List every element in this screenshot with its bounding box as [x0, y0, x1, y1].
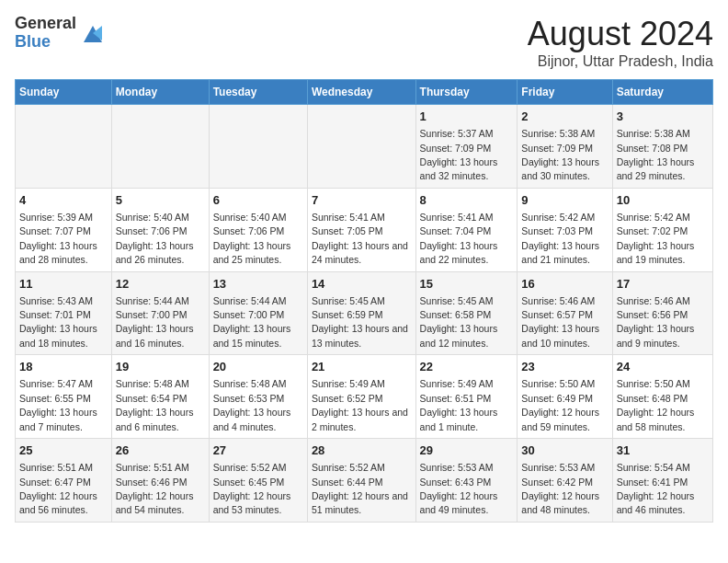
- day-info: Sunrise: 5:40 AM Sunset: 7:06 PM Dayligh…: [116, 212, 194, 265]
- calendar-cell: 18Sunrise: 5:47 AM Sunset: 6:55 PM Dayli…: [16, 355, 112, 439]
- header-day-tuesday: Tuesday: [209, 80, 307, 105]
- day-number: 7: [312, 192, 412, 209]
- day-info: Sunrise: 5:52 AM Sunset: 6:45 PM Dayligh…: [213, 462, 291, 515]
- calendar-cell: [307, 105, 415, 189]
- calendar-cell: 19Sunrise: 5:48 AM Sunset: 6:54 PM Dayli…: [111, 355, 209, 439]
- week-row-2: 4Sunrise: 5:39 AM Sunset: 7:07 PM Daylig…: [16, 188, 713, 271]
- calendar-cell: 3Sunrise: 5:38 AM Sunset: 7:08 PM Daylig…: [612, 105, 712, 189]
- calendar-cell: [111, 105, 209, 189]
- day-number: 14: [312, 276, 412, 293]
- header-day-wednesday: Wednesday: [307, 80, 415, 105]
- day-number: 28: [312, 442, 412, 459]
- week-row-5: 25Sunrise: 5:51 AM Sunset: 6:47 PM Dayli…: [16, 439, 713, 523]
- calendar-cell: 20Sunrise: 5:48 AM Sunset: 6:53 PM Dayli…: [209, 355, 307, 439]
- day-number: 8: [420, 192, 514, 209]
- calendar-cell: 17Sunrise: 5:46 AM Sunset: 6:56 PM Dayli…: [612, 271, 712, 355]
- day-info: Sunrise: 5:41 AM Sunset: 7:04 PM Dayligh…: [420, 212, 498, 265]
- day-number: 4: [19, 192, 108, 209]
- day-info: Sunrise: 5:48 AM Sunset: 6:53 PM Dayligh…: [213, 378, 291, 431]
- calendar-header: SundayMondayTuesdayWednesdayThursdayFrid…: [16, 80, 713, 105]
- title-section: August 2024 Bijnor, Uttar Pradesh, India: [528, 15, 713, 70]
- day-info: Sunrise: 5:46 AM Sunset: 6:57 PM Dayligh…: [521, 295, 599, 349]
- day-number: 31: [617, 442, 709, 459]
- calendar-cell: 31Sunrise: 5:54 AM Sunset: 6:41 PM Dayli…: [612, 439, 712, 523]
- week-row-4: 18Sunrise: 5:47 AM Sunset: 6:55 PM Dayli…: [16, 355, 713, 439]
- day-number: 11: [19, 276, 108, 293]
- header-day-saturday: Saturday: [612, 80, 712, 105]
- calendar-cell: 23Sunrise: 5:50 AM Sunset: 6:49 PM Dayli…: [518, 355, 612, 439]
- logo-icon: [80, 20, 106, 46]
- calendar-cell: 1Sunrise: 5:37 AM Sunset: 7:09 PM Daylig…: [415, 105, 518, 189]
- day-info: Sunrise: 5:42 AM Sunset: 7:02 PM Dayligh…: [617, 212, 695, 265]
- calendar-cell: 9Sunrise: 5:42 AM Sunset: 7:03 PM Daylig…: [518, 188, 612, 271]
- day-number: 3: [617, 109, 709, 125]
- day-number: 29: [420, 442, 514, 459]
- calendar-cell: 22Sunrise: 5:49 AM Sunset: 6:51 PM Dayli…: [415, 355, 518, 439]
- day-info: Sunrise: 5:45 AM Sunset: 6:59 PM Dayligh…: [312, 295, 408, 349]
- day-number: 12: [116, 276, 205, 293]
- day-info: Sunrise: 5:52 AM Sunset: 6:44 PM Dayligh…: [312, 462, 408, 515]
- week-row-3: 11Sunrise: 5:43 AM Sunset: 7:01 PM Dayli…: [16, 271, 713, 355]
- day-number: 5: [116, 192, 205, 209]
- calendar-cell: 14Sunrise: 5:45 AM Sunset: 6:59 PM Dayli…: [307, 271, 415, 355]
- day-info: Sunrise: 5:53 AM Sunset: 6:42 PM Dayligh…: [521, 462, 599, 515]
- header-day-thursday: Thursday: [415, 80, 518, 105]
- calendar-cell: 21Sunrise: 5:49 AM Sunset: 6:52 PM Dayli…: [307, 355, 415, 439]
- day-number: 24: [617, 359, 709, 375]
- calendar-cell: 5Sunrise: 5:40 AM Sunset: 7:06 PM Daylig…: [111, 188, 209, 271]
- day-info: Sunrise: 5:49 AM Sunset: 6:52 PM Dayligh…: [312, 378, 408, 431]
- calendar-table: SundayMondayTuesdayWednesdayThursdayFrid…: [15, 79, 713, 523]
- calendar-cell: 24Sunrise: 5:50 AM Sunset: 6:48 PM Dayli…: [612, 355, 712, 439]
- calendar-cell: 7Sunrise: 5:41 AM Sunset: 7:05 PM Daylig…: [307, 188, 415, 271]
- day-info: Sunrise: 5:46 AM Sunset: 6:56 PM Dayligh…: [617, 295, 695, 349]
- day-info: Sunrise: 5:54 AM Sunset: 6:41 PM Dayligh…: [617, 462, 695, 515]
- sub-title: Bijnor, Uttar Pradesh, India: [528, 53, 713, 70]
- day-info: Sunrise: 5:50 AM Sunset: 6:48 PM Dayligh…: [617, 378, 695, 431]
- calendar-body: 1Sunrise: 5:37 AM Sunset: 7:09 PM Daylig…: [16, 105, 713, 523]
- day-number: 19: [116, 359, 205, 375]
- day-info: Sunrise: 5:37 AM Sunset: 7:09 PM Dayligh…: [420, 128, 498, 181]
- calendar-cell: 11Sunrise: 5:43 AM Sunset: 7:01 PM Dayli…: [16, 271, 112, 355]
- day-number: 26: [116, 442, 205, 459]
- header-day-friday: Friday: [518, 80, 612, 105]
- day-number: 9: [521, 192, 608, 209]
- calendar-cell: 4Sunrise: 5:39 AM Sunset: 7:07 PM Daylig…: [16, 188, 112, 271]
- day-info: Sunrise: 5:47 AM Sunset: 6:55 PM Dayligh…: [19, 378, 97, 431]
- main-title: August 2024: [528, 15, 713, 53]
- day-info: Sunrise: 5:49 AM Sunset: 6:51 PM Dayligh…: [420, 378, 498, 431]
- calendar-cell: 8Sunrise: 5:41 AM Sunset: 7:04 PM Daylig…: [415, 188, 518, 271]
- logo-general-text: General: [15, 15, 76, 33]
- calendar-cell: 29Sunrise: 5:53 AM Sunset: 6:43 PM Dayli…: [415, 439, 518, 523]
- day-info: Sunrise: 5:50 AM Sunset: 6:49 PM Dayligh…: [521, 378, 599, 431]
- day-info: Sunrise: 5:51 AM Sunset: 6:46 PM Dayligh…: [116, 462, 194, 515]
- calendar-cell: 15Sunrise: 5:45 AM Sunset: 6:58 PM Dayli…: [415, 271, 518, 355]
- day-number: 6: [213, 192, 303, 209]
- day-number: 30: [521, 442, 608, 459]
- calendar-cell: 6Sunrise: 5:40 AM Sunset: 7:06 PM Daylig…: [209, 188, 307, 271]
- calendar-cell: 2Sunrise: 5:38 AM Sunset: 7:09 PM Daylig…: [518, 105, 612, 189]
- calendar-cell: 27Sunrise: 5:52 AM Sunset: 6:45 PM Dayli…: [209, 439, 307, 523]
- day-number: 18: [19, 359, 108, 375]
- calendar-cell: 13Sunrise: 5:44 AM Sunset: 7:00 PM Dayli…: [209, 271, 307, 355]
- day-info: Sunrise: 5:39 AM Sunset: 7:07 PM Dayligh…: [19, 212, 97, 265]
- day-info: Sunrise: 5:44 AM Sunset: 7:00 PM Dayligh…: [116, 295, 194, 349]
- day-number: 16: [521, 276, 608, 293]
- day-info: Sunrise: 5:45 AM Sunset: 6:58 PM Dayligh…: [420, 295, 498, 349]
- day-info: Sunrise: 5:53 AM Sunset: 6:43 PM Dayligh…: [420, 462, 498, 515]
- header-day-sunday: Sunday: [16, 80, 112, 105]
- day-info: Sunrise: 5:40 AM Sunset: 7:06 PM Dayligh…: [213, 212, 291, 265]
- day-info: Sunrise: 5:43 AM Sunset: 7:01 PM Dayligh…: [19, 295, 97, 349]
- calendar-cell: [16, 105, 112, 189]
- day-number: 21: [312, 359, 412, 375]
- calendar-cell: [209, 105, 307, 189]
- week-row-1: 1Sunrise: 5:37 AM Sunset: 7:09 PM Daylig…: [16, 105, 713, 189]
- calendar-cell: 28Sunrise: 5:52 AM Sunset: 6:44 PM Dayli…: [307, 439, 415, 523]
- day-number: 15: [420, 276, 514, 293]
- logo: General Blue: [15, 15, 106, 52]
- day-info: Sunrise: 5:38 AM Sunset: 7:09 PM Dayligh…: [521, 128, 599, 181]
- header-day-monday: Monday: [111, 80, 209, 105]
- day-number: 2: [521, 109, 608, 125]
- day-number: 20: [213, 359, 303, 375]
- calendar-cell: 10Sunrise: 5:42 AM Sunset: 7:02 PM Dayli…: [612, 188, 712, 271]
- day-info: Sunrise: 5:48 AM Sunset: 6:54 PM Dayligh…: [116, 378, 194, 431]
